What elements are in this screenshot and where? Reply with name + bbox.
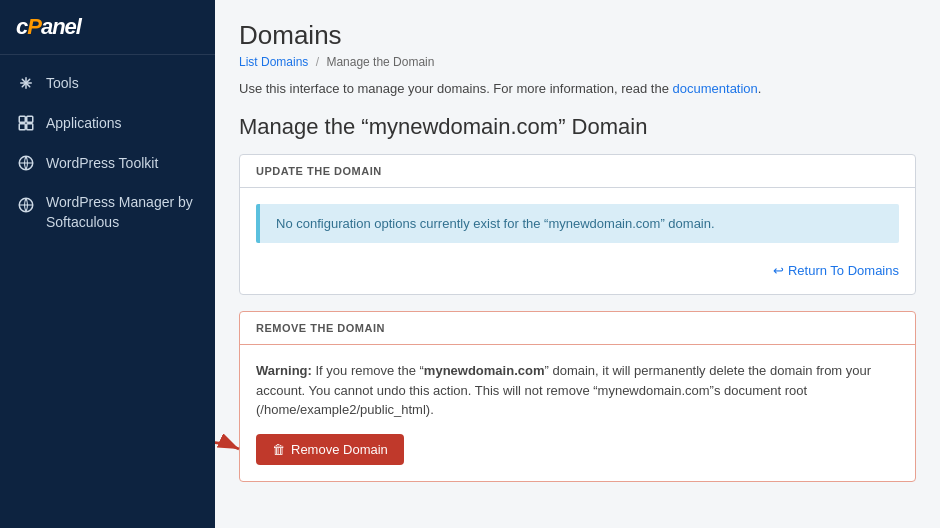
section-title: Manage the “mynewdomain.com” Domain [239,114,916,140]
cpanel-logo: cPanel [16,14,199,40]
sidebar-item-wp-manager[interactable]: WordPress Manager by Softaculous [0,183,215,242]
svg-rect-6 [19,124,25,130]
wp-icon [16,153,36,173]
warning-text-1: If you remove the “ [315,363,423,378]
wp-icon-2 [16,195,36,215]
remove-domain-header: REMOVE THE DOMAIN [240,312,915,345]
sidebar-wptoolkit-label: WordPress Toolkit [46,155,158,171]
remove-domain-button[interactable]: 🗑 Remove Domain [256,434,404,465]
svg-rect-5 [27,116,33,122]
sidebar-nav: Tools Applications [0,55,215,242]
tools-icon [16,73,36,93]
intro-text-end: . [758,81,762,96]
sidebar-item-applications[interactable]: Applications [0,103,215,143]
logo-area: cPanel [0,0,215,55]
svg-rect-7 [27,124,33,130]
page-title: Domains [239,20,916,51]
breadcrumb-list-domains[interactable]: List Domains [239,55,308,69]
sidebar-applications-label: Applications [46,115,122,131]
breadcrumb-separator: / [316,55,319,69]
main-content: Domains List Domains / Manage the Domain… [215,0,940,528]
warning-paragraph: Warning: If you remove the “mynewdomain.… [256,361,899,420]
sidebar: cPanel Tools [0,0,215,528]
breadcrumb-current: Manage the Domain [326,55,434,69]
svg-rect-4 [19,116,25,122]
sidebar-tools-label: Tools [46,75,79,91]
intro-paragraph: Use this interface to manage your domain… [239,81,916,96]
applications-icon [16,113,36,133]
no-config-info: No configuration options currently exist… [256,204,899,243]
return-arrow-icon: ↩ [773,263,784,278]
remove-button-container: 🗑 Remove Domain [256,434,404,465]
documentation-link[interactable]: documentation [673,81,758,96]
sidebar-wpmanager-label: WordPress Manager by Softaculous [46,193,199,232]
update-domain-body: No configuration options currently exist… [240,188,915,294]
trash-icon: 🗑 [272,442,285,457]
domain-name-bold: mynewdomain.com [424,363,545,378]
breadcrumb: List Domains / Manage the Domain [239,55,916,69]
remove-domain-body: Warning: If you remove the “mynewdomain.… [240,345,915,481]
return-to-domains-link[interactable]: ↩ Return To Domains [773,263,899,278]
intro-text-before: Use this interface to manage your domain… [239,81,673,96]
sidebar-item-wp-toolkit[interactable]: WordPress Toolkit [0,143,215,183]
remove-domain-card: REMOVE THE DOMAIN Warning: If you remove… [239,311,916,482]
warning-label: Warning: [256,363,312,378]
sidebar-item-tools[interactable]: Tools [0,63,215,103]
update-domain-header: UPDATE THE DOMAIN [240,155,915,188]
update-domain-card: UPDATE THE DOMAIN No configuration optio… [239,154,916,295]
red-arrow-annotation [215,434,246,464]
return-link-container: ↩ Return To Domains [256,259,899,278]
